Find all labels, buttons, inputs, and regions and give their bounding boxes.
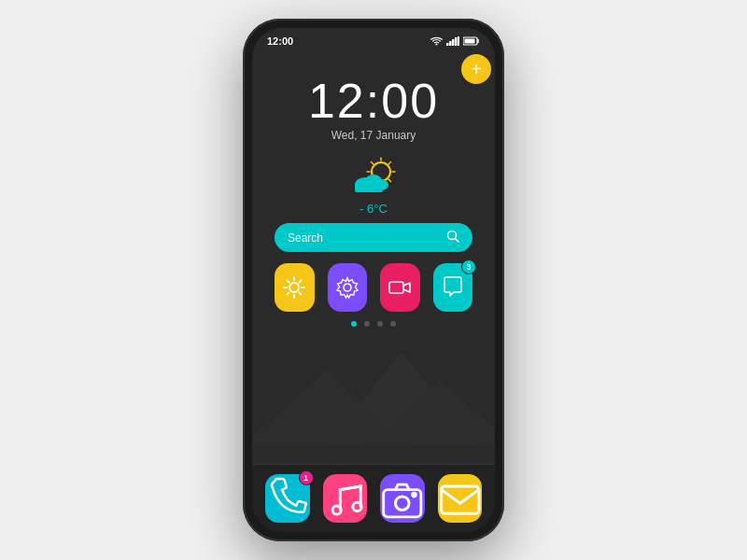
phone-badge: 1 xyxy=(299,470,314,485)
page-dot-3[interactable] xyxy=(377,321,383,327)
status-icons xyxy=(430,36,480,46)
phone-screen: 12:00 xyxy=(252,28,495,532)
search-section: Search xyxy=(267,223,480,252)
svg-rect-22 xyxy=(355,184,383,192)
svg-point-41 xyxy=(413,494,416,497)
weather-temp: - 6°C xyxy=(359,202,388,216)
svg-point-37 xyxy=(352,503,360,511)
svg-line-33 xyxy=(288,293,289,295)
page-dot-4[interactable] xyxy=(390,321,396,327)
svg-line-16 xyxy=(388,179,391,182)
svg-line-30 xyxy=(288,281,289,283)
phone-dock-icon[interactable]: 1 xyxy=(265,474,310,523)
svg-rect-6 xyxy=(465,39,475,44)
svg-rect-35 xyxy=(389,282,403,293)
mail-dock-icon[interactable] xyxy=(438,474,483,523)
chat-app-icon[interactable]: 3 xyxy=(433,263,473,312)
svg-point-34 xyxy=(344,284,351,291)
svg-line-32 xyxy=(300,281,302,283)
svg-line-38 xyxy=(340,486,360,490)
svg-rect-3 xyxy=(455,37,458,46)
phone-frame: 12:00 xyxy=(243,19,504,541)
status-time: 12:00 xyxy=(267,35,293,47)
search-icon[interactable] xyxy=(446,230,459,245)
brightness-app-icon[interactable] xyxy=(275,263,315,312)
video-app-icon[interactable] xyxy=(380,263,420,312)
apps-section: 3 xyxy=(267,263,480,321)
signal-icon xyxy=(446,36,459,46)
chat-badge: 3 xyxy=(461,259,476,274)
svg-line-24 xyxy=(456,239,459,243)
svg-rect-1 xyxy=(449,41,452,46)
dock: 1 xyxy=(252,464,495,532)
wifi-icon xyxy=(430,36,443,46)
page-dot-1[interactable] xyxy=(351,321,357,327)
mountain-background xyxy=(252,315,495,464)
svg-point-36 xyxy=(332,506,341,514)
svg-rect-2 xyxy=(452,39,455,46)
clock-time: 12:00 xyxy=(308,77,439,125)
main-content: + 12:00 Wed, 17 January xyxy=(252,50,495,464)
svg-line-31 xyxy=(300,293,302,295)
svg-point-25 xyxy=(289,283,299,292)
music-dock-icon[interactable] xyxy=(323,474,368,523)
search-placeholder: Search xyxy=(288,231,439,245)
page-dot-2[interactable] xyxy=(364,321,370,327)
plus-button[interactable]: + xyxy=(461,54,491,84)
camera-dock-icon[interactable] xyxy=(380,474,425,523)
search-bar[interactable]: Search xyxy=(275,223,472,252)
svg-line-17 xyxy=(388,162,391,165)
svg-line-15 xyxy=(372,162,374,165)
page-dots xyxy=(351,321,396,327)
weather-icon xyxy=(345,157,402,198)
settings-app-icon[interactable] xyxy=(328,263,368,312)
status-bar: 12:00 xyxy=(252,28,495,50)
weather-section: - 6°C xyxy=(345,157,402,216)
app-row-1: 3 xyxy=(275,263,472,312)
clock-section: 12:00 Wed, 17 January xyxy=(308,77,439,142)
svg-point-40 xyxy=(395,497,409,511)
clock-date: Wed, 17 January xyxy=(308,129,439,142)
svg-rect-0 xyxy=(446,43,449,46)
svg-rect-4 xyxy=(458,36,459,46)
battery-icon xyxy=(463,36,480,46)
svg-rect-42 xyxy=(441,486,478,513)
